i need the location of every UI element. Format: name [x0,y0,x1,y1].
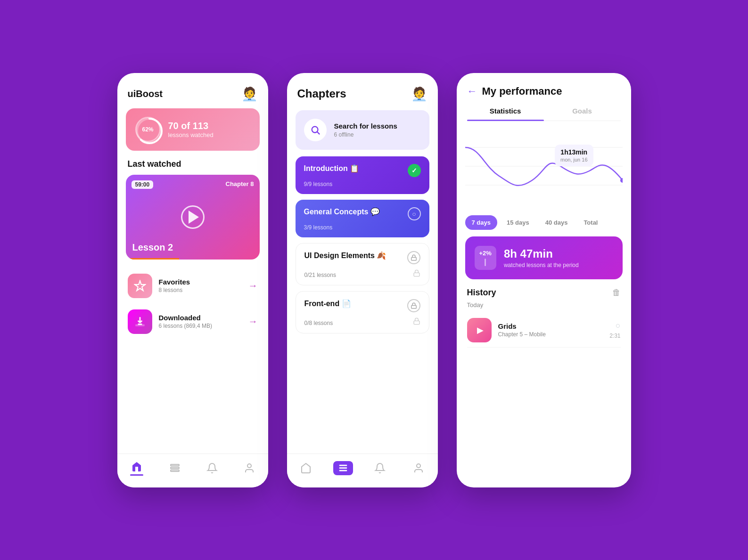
svg-rect-13 [339,465,347,466]
search-icon-circle [304,119,327,141]
play-button[interactable] [181,205,205,229]
chapter-intro[interactable]: Introduction 📋 ✓ 9/9 lessons [296,156,429,194]
filter-15days[interactable]: 15 days [500,215,536,230]
trash-icon[interactable]: 🗑 [612,288,621,298]
home-icon [131,461,142,472]
time-filters: 7 days 15 days 40 days Total [465,215,623,230]
stats-time: 8h 47min [504,247,579,260]
p2-nav-menu-active[interactable] [333,461,353,475]
chapter-frontend-lessons: 0/8 lessons [304,320,333,326]
svg-rect-4 [171,467,179,469]
progress-info: 70 of 113 lessons watched [168,121,214,138]
history-date: Today [467,301,621,308]
video-card[interactable]: 59:00 Chapter 8 Lesson 2 [126,175,260,260]
p2-home-icon [300,463,312,474]
p1-header: uiBoost 🧑‍💼 [117,73,268,108]
p3-header: ← My performance [457,73,631,102]
nav-alerts[interactable] [201,459,223,478]
tab-goals[interactable]: Goals [544,102,621,121]
filter-40days[interactable]: 40 days [539,215,575,230]
back-button[interactable]: ← [467,85,477,97]
history-chapter: Chapter 5 – Mobile [498,331,603,338]
history-thumb: ▶ [467,318,492,342]
chapter-frontend-name: Front-end 📄 [304,299,351,308]
downloaded-sub: 6 lessons (869,4 MB) [159,323,242,329]
filter-7days[interactable]: 7 days [465,215,497,230]
p2-nav-home[interactable] [295,459,317,478]
p2-bottom-nav [287,454,438,487]
search-card[interactable]: Search for lessons 6 offline [296,110,429,150]
favorites-arrow-icon: → [248,280,258,291]
p2-header: Chapters 🧑‍💼 [287,73,438,110]
svg-rect-15 [339,470,347,471]
p2-nav-profile[interactable] [407,459,430,478]
circle-progress: 62% [135,117,161,142]
svg-rect-12 [414,321,419,324]
nav-profile[interactable] [238,459,261,478]
history-title: History [467,288,496,298]
favorites-icon-bg [128,274,152,298]
svg-point-6 [247,464,251,468]
p2-alert-icon [374,463,386,474]
history-info: Grids Chapter 5 – Mobile [498,322,603,338]
history-play-icon: ▶ [477,325,484,335]
downloaded-name: Downloaded [159,314,242,322]
alert-icon [206,463,218,474]
play-icon [189,211,199,224]
svg-rect-3 [171,464,179,466]
nav-home[interactable] [124,457,149,479]
stats-info: 8h 47min watched lessons at the period [504,247,579,268]
history-right: ○ 2:31 [609,321,620,339]
phone-1: uiBoost 🧑‍💼 62% 70 of 113 lessons watche… [117,73,268,487]
phone-3: ← My performance Statistics Goals 1h13mi… [457,73,631,487]
history-time: 2:31 [609,333,620,339]
circle-badge-frontend [407,299,420,312]
chapter-ui-lessons: 0/21 lessons [304,272,336,278]
menu-icon [169,463,181,474]
progress-count: 70 of 113 [168,121,214,131]
downloaded-item[interactable]: Downloaded 6 lessons (869,4 MB) → [117,304,268,340]
tooltip-date: mon, jun 16 [560,157,587,162]
chapter-frontend[interactable]: Front-end 📄 0/8 lessons [296,291,429,333]
history-header: History 🗑 [467,288,621,298]
downloaded-icon-bg [128,309,152,334]
performance-chart [465,129,623,204]
nav-menu[interactable] [164,459,186,478]
circle-badge-ui [407,251,420,264]
favorites-item[interactable]: Favorites 8 lessons → [117,268,268,304]
downloaded-arrow-icon: → [248,316,258,327]
p2-nav-alert[interactable] [369,459,391,478]
favorites-name: Favorites [159,278,242,286]
history-item[interactable]: ▶ Grids Chapter 5 – Mobile ○ 2:31 [467,313,621,348]
bottom-nav [117,454,268,487]
tab-statistics[interactable]: Statistics [467,102,544,121]
svg-rect-14 [339,467,347,469]
svg-rect-11 [411,305,416,308]
p3-tabs: Statistics Goals [467,102,621,121]
svg-rect-9 [411,257,416,260]
stats-card: +2% 8h 47min watched lessons at the peri… [465,236,623,279]
stats-bar [485,259,486,266]
chapters-title: Chapters [297,87,346,100]
circle-badge-general: ○ [408,207,421,220]
avatar: 🧑‍💼 [241,86,258,102]
history-check-icon: ○ [616,321,621,331]
video-title: Lesson 2 [132,242,173,253]
p2-profile-icon [413,463,424,474]
search-icon [310,125,321,135]
progress-percent: 62% [142,126,153,133]
favorites-sub: 8 lessons [159,287,242,293]
video-timer: 59:00 [132,180,154,189]
video-chapter: Chapter 8 [226,180,254,187]
performance-title: My performance [482,85,562,97]
chart-tooltip: 1h13min mon, jun 16 [555,145,593,166]
chapter-general-name: General Concepts 💬 [304,207,380,216]
filter-total[interactable]: Total [577,215,604,230]
chapter-ui[interactable]: UI Design Elements 🍂 0/21 lessons [296,243,429,285]
frontend-lock-bottom [413,317,420,325]
progress-card[interactable]: 62% 70 of 113 lessons watched [126,108,260,151]
last-watched-title: Last watched [117,159,268,175]
svg-rect-5 [171,470,179,471]
phone-2: Chapters 🧑‍💼 Search for lessons 6 offlin… [287,73,438,487]
chapter-general[interactable]: General Concepts 💬 ○ 3/9 lessons [296,200,429,237]
